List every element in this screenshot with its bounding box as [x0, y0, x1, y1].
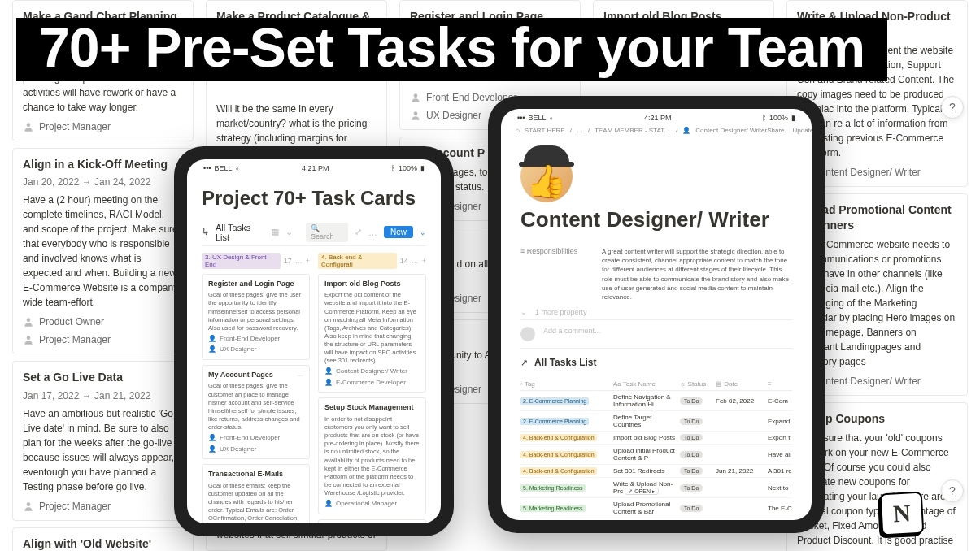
row-tag: 4. Back-end & Configuration — [520, 434, 597, 441]
crumb[interactable]: Content Designer/ Writer — [695, 127, 767, 134]
row-name[interactable]: Set 301 Redirects — [613, 467, 677, 475]
crumb[interactable]: TEAM MEMBER - STAT… — [595, 127, 671, 134]
svg-point-5 — [414, 112, 418, 116]
person-icon: 👤 — [208, 345, 216, 354]
add-icon[interactable]: + — [306, 257, 310, 265]
table-row[interactable]: 2. E-Commerce PlanningDefine Target Coun… — [520, 411, 792, 432]
table-row[interactable]: 5. Marketing ReadinessWrite & Upload Non… — [520, 478, 792, 498]
crumb-sep: / — [676, 127, 677, 134]
more-icon[interactable]: … — [297, 371, 303, 383]
role-label: Project Manager — [39, 334, 111, 345]
card[interactable]: Align in a Kick-Off Meeting Jan 20, 2022… — [12, 148, 194, 354]
view-tab[interactable]: All Tasks List — [216, 223, 264, 242]
open-badge[interactable]: ⤢ OPEN ▸ — [625, 488, 659, 495]
search-input[interactable]: 🔍 Search — [306, 223, 348, 242]
wifi-icon: ⬨ — [549, 114, 553, 122]
more-icon[interactable]: … — [368, 228, 377, 237]
chevron-icon[interactable]: ↗ — [520, 358, 528, 368]
row-end: The E-C — [768, 505, 792, 512]
share-button[interactable]: Share — [767, 127, 784, 134]
more-icon[interactable]: … — [295, 257, 303, 265]
chevron-down-icon[interactable]: ⌄ — [520, 308, 527, 316]
status-bar: •••BELL⬨ 4:21 PM ᛒ100%▮ — [187, 159, 441, 174]
card-role: Project Manager — [23, 121, 183, 132]
row-tag: 2. E-Commerce Planning — [520, 418, 589, 425]
crumb[interactable]: START HERE — [525, 127, 565, 134]
card-body: Have a (2 hour) meeting on the complete … — [23, 193, 183, 310]
help-button[interactable]: ? — [941, 479, 964, 502]
more-properties[interactable]: 1 more property — [535, 308, 587, 316]
status-pill[interactable]: To Do — [680, 505, 703, 512]
table-row[interactable]: 4. Back-end & ConfigurationImport old Bl… — [520, 432, 792, 445]
group-tag[interactable]: 3. UX Design & Front-End — [202, 253, 281, 269]
signal-icon: ••• — [517, 114, 525, 122]
crumb-sep: / — [570, 127, 572, 134]
table-row[interactable]: 2. E-Commerce PlanningDefine Navigation … — [520, 391, 792, 411]
group-count: 14 — [400, 257, 408, 265]
table-row[interactable]: 5. Marketing ReadinessSet SEO Titles and… — [520, 518, 792, 520]
status-bar: •••BELL⬨ 4:21 PM ᛒ100%▮ — [501, 109, 812, 124]
add-icon[interactable]: + — [422, 257, 426, 265]
table-row[interactable]: 5. Marketing ReadinessUpload Promotional… — [520, 498, 792, 518]
row-end: Next to — [768, 484, 792, 492]
updates-button[interactable]: Updates — [793, 127, 812, 134]
row-date: Feb 02, 2022 — [716, 397, 764, 405]
th-date[interactable]: Date — [724, 380, 738, 388]
view-tab[interactable]: All Tasks List — [534, 357, 596, 368]
role-label: Product Owner — [39, 316, 104, 328]
mini-card[interactable]: Transactional E-Mails Goal of these emai… — [202, 464, 310, 523]
th-status[interactable]: Status — [688, 380, 707, 388]
prop-value[interactable]: A great content writer will support the … — [602, 247, 792, 302]
more-icon[interactable]: … — [412, 257, 419, 265]
row-name[interactable]: Upload initial Product Content & P — [613, 447, 677, 462]
chevron-down-icon[interactable]: ⌄ — [285, 227, 293, 237]
th-name[interactable]: Task Name — [623, 380, 656, 388]
mini-card[interactable]: Setup Stock Management In order to not d… — [318, 397, 426, 514]
breadcrumb[interactable]: ⌂ START HERE / … / TEAM MEMBER - STAT… /… — [516, 127, 767, 134]
card-title: Align in a Kick-Off Meeting — [23, 157, 183, 171]
row-name[interactable]: Import old Blog Posts — [613, 434, 677, 441]
role-label: Front-End Developer — [220, 335, 280, 343]
status-pill[interactable]: To Do — [680, 484, 703, 492]
group-tag[interactable]: 4. Back-end & Configurati — [318, 253, 397, 269]
status-pill[interactable]: To Do — [680, 467, 703, 475]
row-name[interactable]: Write & Upload Non-Prc ⤢ OPEN ▸ — [613, 480, 677, 495]
card[interactable]: Align with 'Old Website' vendor Jan 12, … — [12, 527, 194, 551]
mini-card[interactable]: Import old Blog Posts Export the old con… — [318, 274, 426, 393]
crumb[interactable]: … — [577, 127, 583, 134]
table-header: ◦ Tag Aa Task Name ☼ Status ▤ Date ≡ — [520, 378, 792, 391]
help-button[interactable]: ? — [941, 96, 964, 119]
card[interactable]: Set a Go Live Data Jan 17, 2022 → Jan 21… — [12, 361, 194, 520]
home-icon[interactable]: ⌂ — [516, 127, 520, 134]
table-row[interactable]: 4. Back-end & ConfigurationSet 301 Redir… — [520, 465, 792, 478]
th-tag[interactable]: Tag — [525, 380, 535, 388]
chevron-down-icon[interactable]: ↳ — [202, 227, 209, 237]
role-label: Content Designer/ Writer — [813, 167, 921, 178]
mini-card[interactable]: Register and Login Page Goal of these pa… — [202, 274, 310, 360]
row-tag: 2. E-Commerce Planning — [520, 397, 589, 405]
status-pill[interactable]: To Do — [680, 451, 703, 458]
card-date: Jan 20, 2022 → Jan 24, 2022 — [23, 176, 183, 188]
battery-icon: ▮ — [420, 164, 425, 172]
comment-input[interactable]: Add a comment... — [543, 327, 601, 335]
row-date: Jun 21, 2022 — [716, 467, 764, 475]
status-pill[interactable]: To Do — [680, 397, 703, 405]
status-pill[interactable]: To Do — [680, 418, 703, 425]
crumb-sep: / — [588, 127, 590, 134]
mini-body: Goal of these pages: give the customer a… — [208, 382, 303, 432]
person-icon: 👤 — [324, 500, 333, 508]
mini-card[interactable]: My Account Pages… Goal of these pages: g… — [202, 365, 310, 459]
row-name[interactable]: Upload Promotional Content & Bar — [613, 501, 677, 515]
row-name[interactable]: Define Target Countries — [613, 414, 677, 428]
dropdown-icon[interactable]: ⌄ — [420, 228, 426, 236]
carrier: BELL — [214, 164, 232, 172]
new-button[interactable]: New — [384, 226, 413, 238]
mini-card[interactable]: Define SKU Rules for Product Catalogue — [318, 519, 426, 523]
row-name[interactable]: Define Navigation & Information Hi — [613, 393, 677, 408]
status-pill[interactable]: To Do — [680, 434, 703, 441]
grid-icon[interactable]: ▦ — [271, 227, 279, 237]
table-row[interactable]: 4. Back-end & ConfigurationUpload initia… — [520, 445, 792, 465]
row-end: Have all — [768, 451, 792, 458]
row-tag: 4. Back-end & Configuration — [520, 451, 597, 458]
expand-icon[interactable]: ⤢ — [355, 227, 362, 237]
